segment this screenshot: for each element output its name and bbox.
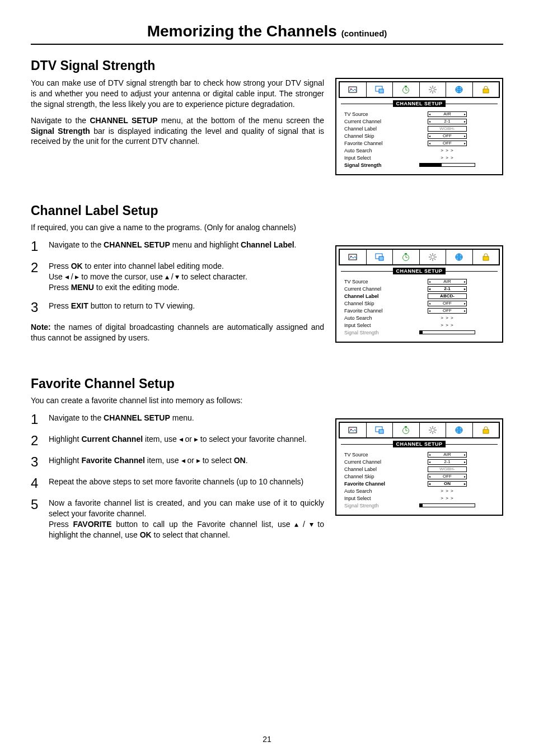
signal-bar <box>419 330 475 334</box>
osd-value: > > > <box>441 148 453 153</box>
timer-icon <box>393 82 420 97</box>
svg-point-23 <box>431 255 434 259</box>
page-title-continued: (continued) <box>341 29 387 38</box>
section-title: Favorite Channel Setup <box>31 376 503 391</box>
setup-icon <box>420 250 447 264</box>
svg-rect-22 <box>405 253 407 254</box>
osd-value: > > > <box>441 155 453 160</box>
setup-icon <box>420 82 447 97</box>
svg-rect-16 <box>483 89 489 93</box>
osd-value: ◂OFF▸ <box>428 133 467 139</box>
osd-value: ◂2-1▸ <box>428 119 467 124</box>
osd-value: > > > <box>441 496 453 501</box>
osd-label: Signal Strength <box>344 330 400 335</box>
osd-value: WGBH- <box>428 466 467 472</box>
step-number: 1 <box>31 413 42 426</box>
step-item: 1 Navigate to the CHANNEL SETUP menu and… <box>31 240 324 253</box>
osd-label: Favorite Channel <box>344 308 400 314</box>
step-item: 2 Highlight Current Channel item, use ◂ … <box>31 434 324 447</box>
step-number: 3 <box>31 455 42 469</box>
osd-label: Channel Label <box>344 466 400 472</box>
osd-label: Auto Search <box>344 315 400 321</box>
svg-point-32 <box>456 254 462 260</box>
pip-icon <box>367 250 394 264</box>
page-header: Memorizing the Channels (continued) <box>31 22 503 45</box>
svg-rect-39 <box>405 426 407 427</box>
steps-list: 1 Navigate to the CHANNEL SETUP menu and… <box>31 240 324 314</box>
step-item: 1 Navigate to the CHANNEL SETUP menu. <box>31 413 324 426</box>
osd-value: ◂OFF▸ <box>428 141 467 146</box>
osd-label: Input Select <box>344 155 400 161</box>
osd-label: Signal Strength <box>344 162 400 168</box>
svg-line-14 <box>434 87 435 88</box>
svg-line-13 <box>430 91 431 92</box>
osd-label: Input Select <box>344 496 400 501</box>
svg-line-12 <box>434 91 435 92</box>
setup-icon <box>420 423 447 437</box>
section-favorite-channel-setup: Favorite Channel Setup You can create a … <box>31 376 503 548</box>
osd-label: Current Channel <box>344 119 400 124</box>
svg-line-29 <box>434 259 435 260</box>
svg-line-30 <box>430 259 431 260</box>
page-title: Memorizing the Channels <box>147 22 341 40</box>
channel-icon <box>446 250 473 264</box>
section-title: Channel Label Setup <box>31 203 503 218</box>
svg-line-45 <box>430 427 431 428</box>
section-title: DTV Signal Strength <box>31 58 503 73</box>
svg-line-47 <box>430 432 431 433</box>
step-item: 2 Press OK to enter into channel label e… <box>31 261 324 293</box>
svg-rect-37 <box>379 430 383 433</box>
osd-value: ◂2-1▸ <box>428 286 467 292</box>
osd-label: TV Source <box>344 111 400 117</box>
step-number: 2 <box>31 434 42 447</box>
osd-value: ABCD- <box>428 293 467 299</box>
step-number: 4 <box>31 477 42 490</box>
osd-label: Channel Skip <box>344 133 400 139</box>
svg-rect-33 <box>483 256 489 260</box>
page-number: 21 <box>0 735 534 744</box>
channel-icon <box>446 82 473 97</box>
osd-label: Auto Search <box>344 148 400 153</box>
osd-label: Channel Label <box>344 293 400 299</box>
step-number: 5 <box>31 498 42 540</box>
section-text: You can make use of DTV signal strength … <box>31 78 324 175</box>
osd-tabs <box>339 249 500 265</box>
osd-value: ◂OFF▸ <box>428 474 467 479</box>
osd-header: CHANNEL SETUP <box>341 441 498 447</box>
intro-text: If required, you can give a name to the … <box>31 223 503 232</box>
signal-bar <box>419 503 475 507</box>
osd-tabs <box>339 81 500 98</box>
step-number: 3 <box>31 301 42 314</box>
step-item: 3 Highlight Favorite Channel item, use ◂… <box>31 455 324 469</box>
osd-label: Favorite Channel <box>344 481 400 487</box>
steps-list: 1 Navigate to the CHANNEL SETUP menu. 2 … <box>31 413 324 540</box>
step-item: 5 Now a favorite channel list is created… <box>31 498 324 540</box>
pip-icon <box>367 423 394 437</box>
osd-value: ◂OFF▸ <box>428 308 467 314</box>
lock-icon <box>473 250 499 264</box>
osd-header: CHANNEL SETUP <box>341 100 498 107</box>
osd-value: > > > <box>441 323 453 328</box>
osd-value: ◂ON▸ <box>428 481 467 487</box>
osd-menu-favorite: CHANNEL SETUP TV Source◂AIR▸ Current Cha… <box>335 418 503 516</box>
svg-rect-3 <box>379 89 383 93</box>
section-channel-label-setup: Channel Label Setup If required, you can… <box>31 203 503 348</box>
osd-label: Input Select <box>344 323 400 328</box>
osd-label: Channel Label <box>344 126 400 132</box>
svg-rect-5 <box>405 86 407 87</box>
osd-value: ◂OFF▸ <box>428 301 467 306</box>
section-dtv-signal-strength: DTV Signal Strength You can make use of … <box>31 58 503 175</box>
osd-label: TV Source <box>344 279 400 284</box>
pip-icon <box>367 82 394 97</box>
lock-icon <box>473 423 499 437</box>
svg-line-48 <box>434 427 435 428</box>
osd-label: Channel Skip <box>344 301 400 306</box>
svg-point-49 <box>456 427 462 433</box>
svg-line-46 <box>434 432 435 433</box>
svg-point-15 <box>456 86 462 93</box>
svg-line-31 <box>434 254 435 255</box>
note: Note: the names of digital broadcasting … <box>31 322 324 343</box>
step-number: 1 <box>31 240 42 253</box>
picture-icon <box>340 250 367 264</box>
osd-menu-dtv: CHANNEL SETUP TV Source◂AIR▸ Current Cha… <box>335 78 503 175</box>
